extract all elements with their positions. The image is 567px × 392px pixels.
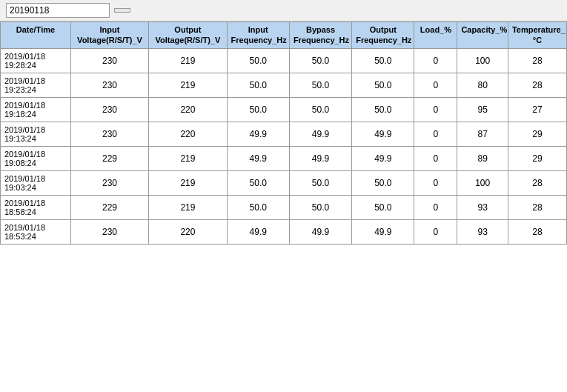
cell-output_v: 220	[149, 122, 227, 146]
cell-output_f: 49.9	[352, 219, 414, 244]
cell-input_f: 50.0	[227, 195, 289, 219]
cell-bypass_f: 50.0	[289, 195, 351, 219]
cell-load: 0	[414, 146, 457, 170]
col-header-output_v: OutputVoltage(R/S/T)_V	[149, 22, 227, 49]
cell-datetime: 2019/01/18 19:13:24	[1, 122, 71, 146]
data-table: Date/TimeInputVoltage(R/S/T)_VOutputVolt…	[0, 21, 567, 245]
cell-output_v: 219	[149, 195, 227, 219]
cell-output_f: 49.9	[352, 146, 414, 170]
cell-input_f: 50.0	[227, 97, 289, 122]
query-date-input[interactable]	[6, 3, 110, 18]
table-row: 2019/01/18 19:08:2422921949.949.949.9089…	[1, 146, 567, 170]
cell-load: 0	[414, 97, 457, 122]
cell-load: 0	[414, 73, 457, 97]
table-row: 2019/01/18 19:28:2423021950.050.050.0010…	[1, 48, 567, 73]
cell-temp: 28	[508, 170, 566, 195]
table-body: 2019/01/18 19:28:2423021950.050.050.0010…	[1, 48, 567, 244]
col-header-load: Load_%	[414, 22, 457, 49]
cell-output_f: 50.0	[352, 170, 414, 195]
cell-output_f: 50.0	[352, 48, 414, 73]
cell-input_v: 230	[70, 219, 148, 244]
cell-output_v: 219	[149, 170, 227, 195]
cell-input_v: 230	[70, 122, 148, 146]
cell-datetime: 2019/01/18 19:08:24	[1, 146, 71, 170]
cell-output_f: 50.0	[352, 195, 414, 219]
cell-datetime: 2019/01/18 18:53:24	[1, 219, 71, 244]
cell-input_f: 49.9	[227, 122, 289, 146]
cell-temp: 28	[508, 219, 566, 244]
cell-bypass_f: 50.0	[289, 48, 351, 73]
table-row: 2019/01/18 19:18:2423022050.050.050.0095…	[1, 97, 567, 122]
cell-load: 0	[414, 122, 457, 146]
cell-capacity: 93	[457, 195, 508, 219]
cell-output_v: 220	[149, 97, 227, 122]
cell-temp: 28	[508, 48, 566, 73]
table-header: Date/TimeInputVoltage(R/S/T)_VOutputVolt…	[1, 22, 567, 49]
cell-output_v: 219	[149, 73, 227, 97]
cell-input_v: 230	[70, 73, 148, 97]
apply-button[interactable]	[114, 8, 130, 13]
cell-capacity: 89	[457, 146, 508, 170]
cell-input_f: 49.9	[227, 146, 289, 170]
cell-bypass_f: 49.9	[289, 219, 351, 244]
cell-input_f: 49.9	[227, 219, 289, 244]
cell-output_f: 50.0	[352, 97, 414, 122]
cell-load: 0	[414, 219, 457, 244]
col-header-bypass_f: BypassFrequency_Hz	[289, 22, 351, 49]
col-header-input_f: InputFrequency_Hz	[227, 22, 289, 49]
cell-datetime: 2019/01/18 19:03:24	[1, 170, 71, 195]
cell-bypass_f: 49.9	[289, 146, 351, 170]
cell-output_f: 50.0	[352, 73, 414, 97]
cell-datetime: 2019/01/18 19:28:24	[1, 48, 71, 73]
top-bar	[0, 0, 567, 21]
cell-capacity: 95	[457, 97, 508, 122]
col-header-input_v: InputVoltage(R/S/T)_V	[70, 22, 148, 49]
cell-input_f: 50.0	[227, 48, 289, 73]
cell-bypass_f: 50.0	[289, 170, 351, 195]
cell-temp: 27	[508, 97, 566, 122]
col-header-datetime: Date/Time	[1, 22, 71, 49]
cell-capacity: 93	[457, 219, 508, 244]
cell-bypass_f: 50.0	[289, 73, 351, 97]
cell-load: 0	[414, 48, 457, 73]
cell-temp: 29	[508, 146, 566, 170]
cell-datetime: 2019/01/18 19:23:24	[1, 73, 71, 97]
cell-temp: 28	[508, 195, 566, 219]
cell-datetime: 2019/01/18 18:58:24	[1, 195, 71, 219]
table-row: 2019/01/18 19:13:2423022049.949.949.9087…	[1, 122, 567, 146]
cell-output_f: 49.9	[352, 122, 414, 146]
cell-input_v: 230	[70, 97, 148, 122]
cell-bypass_f: 49.9	[289, 122, 351, 146]
cell-capacity: 87	[457, 122, 508, 146]
cell-capacity: 80	[457, 73, 508, 97]
table-row: 2019/01/18 18:53:2423022049.949.949.9093…	[1, 219, 567, 244]
cell-output_v: 219	[149, 146, 227, 170]
table-row: 2019/01/18 18:58:2422921950.050.050.0093…	[1, 195, 567, 219]
cell-output_v: 220	[149, 219, 227, 244]
cell-input_f: 50.0	[227, 73, 289, 97]
table-row: 2019/01/18 19:03:2423021950.050.050.0010…	[1, 170, 567, 195]
cell-input_v: 229	[70, 195, 148, 219]
table-row: 2019/01/18 19:23:2423021950.050.050.0080…	[1, 73, 567, 97]
cell-input_v: 230	[70, 170, 148, 195]
col-header-capacity: Capacity_%	[457, 22, 508, 49]
cell-output_v: 219	[149, 48, 227, 73]
col-header-output_f: OutputFrequency_Hz	[352, 22, 414, 49]
cell-capacity: 100	[457, 48, 508, 73]
cell-input_f: 50.0	[227, 170, 289, 195]
cell-temp: 29	[508, 122, 566, 146]
cell-bypass_f: 50.0	[289, 97, 351, 122]
cell-load: 0	[414, 195, 457, 219]
cell-capacity: 100	[457, 170, 508, 195]
col-header-temp: Temperature_°C	[508, 22, 566, 49]
cell-input_v: 230	[70, 48, 148, 73]
cell-datetime: 2019/01/18 19:18:24	[1, 97, 71, 122]
cell-load: 0	[414, 170, 457, 195]
cell-temp: 28	[508, 73, 566, 97]
cell-input_v: 229	[70, 146, 148, 170]
